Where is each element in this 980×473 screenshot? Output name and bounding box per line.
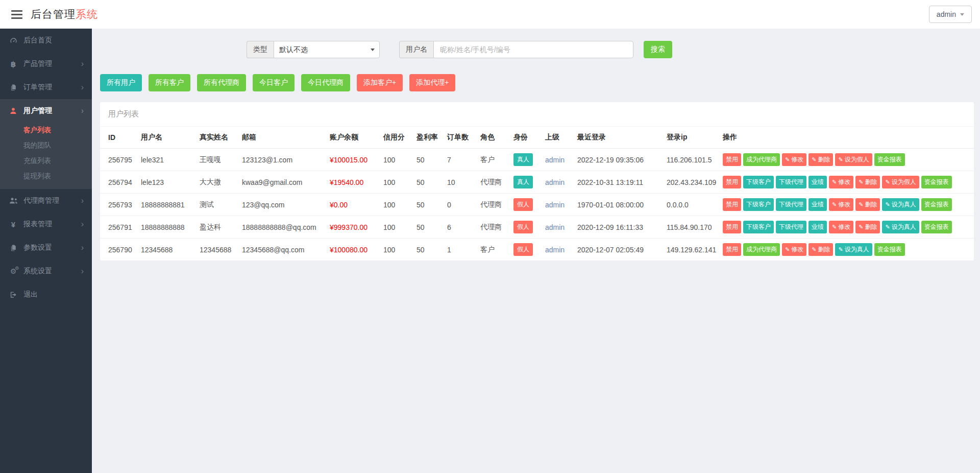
set-real-button[interactable]: ✎设为真人 xyxy=(835,243,872,256)
column-header: 登录ip xyxy=(663,127,719,149)
cell-actions: 禁用下级客户下级代理业绩✎修改✎删除✎设为真人资金报表 xyxy=(719,194,974,216)
sidebar-subitem-customer-list[interactable]: 客户列表 xyxy=(0,123,92,138)
today-agents-button[interactable]: 今日代理商 xyxy=(301,74,350,91)
sidebar-subitem-recharge-list[interactable]: 充值列表 xyxy=(0,153,92,169)
chevron-right-icon: › xyxy=(81,244,84,252)
cell-id: 256790 xyxy=(100,239,137,261)
cell-profit: 50 xyxy=(412,194,443,216)
set-fake-button[interactable]: ✎设为假人 xyxy=(835,153,872,166)
edit-button[interactable]: ✎修改 xyxy=(829,221,853,233)
sidebar-item-reports[interactable]: ¥报表管理› xyxy=(0,212,92,236)
cell-identity: 真人 xyxy=(509,171,541,194)
delete-button[interactable]: ✎删除 xyxy=(808,153,833,166)
edit-button[interactable]: ✎修改 xyxy=(782,153,806,166)
search-button[interactable]: 搜索 xyxy=(644,41,672,58)
pencil-icon: ✎ xyxy=(885,224,890,230)
yen-icon: ¥ xyxy=(8,221,18,228)
pencil-icon: ✎ xyxy=(838,157,843,162)
fund-report-button[interactable]: 资金报表 xyxy=(921,176,952,188)
sidebar-item-system[interactable]: ⚙⚙系统设置› xyxy=(0,259,92,283)
parent-link[interactable]: admin xyxy=(545,246,565,254)
performance-button[interactable]: 业绩 xyxy=(808,198,827,211)
sidebar-subitem-my-team[interactable]: 我的团队 xyxy=(0,138,92,153)
pencil-icon: ✎ xyxy=(885,202,890,207)
sidebar-item-products[interactable]: ฿产品管理› xyxy=(0,52,92,76)
cell-parent: admin xyxy=(541,216,573,239)
sidebar-item-label: 报表管理 xyxy=(23,220,52,229)
performance-button[interactable]: 业绩 xyxy=(808,221,827,233)
sub-agents-button[interactable]: 下级代理 xyxy=(776,176,806,188)
edit-button[interactable]: ✎修改 xyxy=(829,198,853,211)
fund-report-button[interactable]: 资金报表 xyxy=(874,243,905,256)
disable-button[interactable]: 禁用 xyxy=(723,176,741,188)
delete-button[interactable]: ✎删除 xyxy=(808,243,833,256)
today-customers-button[interactable]: 今日客户 xyxy=(253,74,295,91)
cell-profit: 50 xyxy=(412,149,443,171)
sidebar-item-params[interactable]: 参数设置› xyxy=(0,236,92,259)
cell-orders: 0 xyxy=(443,194,476,216)
menu-section-logout: 退出 xyxy=(0,283,92,306)
sub-customers-button[interactable]: 下级客户 xyxy=(743,176,774,188)
delete-button[interactable]: ✎删除 xyxy=(855,176,880,188)
parent-link[interactable]: admin xyxy=(545,178,565,186)
identity-badge: 假人 xyxy=(513,198,533,211)
type-select[interactable]: 默认不选 xyxy=(274,41,380,58)
pencil-icon: ✎ xyxy=(885,179,890,185)
pencil-icon: ✎ xyxy=(832,179,837,185)
sub-agents-button[interactable]: 下级代理 xyxy=(776,221,806,233)
cell-role: 客户 xyxy=(476,149,509,171)
hamburger-menu-icon[interactable] xyxy=(11,8,22,21)
disable-button[interactable]: 禁用 xyxy=(723,243,741,256)
set-real-button[interactable]: ✎设为真人 xyxy=(882,221,919,233)
edit-button[interactable]: ✎修改 xyxy=(782,243,806,256)
column-header: 信用分 xyxy=(379,127,412,149)
sidebar-item-logout[interactable]: 退出 xyxy=(0,283,92,306)
all-customers-button[interactable]: 所有客户 xyxy=(149,74,190,91)
logout-icon xyxy=(8,291,18,298)
user-dropdown[interactable]: admin xyxy=(929,6,972,23)
cell-username: lele123 xyxy=(137,171,195,194)
all-agents-button[interactable]: 所有代理商 xyxy=(197,74,246,91)
add-agent-button[interactable]: 添加代理+ xyxy=(409,74,455,91)
user-icon xyxy=(8,107,18,114)
cell-email: 123@qq.com xyxy=(238,194,326,216)
pencil-icon: ✎ xyxy=(812,247,816,252)
filter-bar: 类型 默认不选 用户名 搜索 xyxy=(92,29,980,58)
sidebar-menu: 后台首页฿产品管理›订单管理›用户管理›客户列表我的团队充值列表提现列表代理商管… xyxy=(0,29,92,306)
menu-section-system: ⚙⚙系统设置› xyxy=(0,259,92,283)
set-fake-button[interactable]: ✎设为假人 xyxy=(882,176,919,188)
disable-button[interactable]: 禁用 xyxy=(723,198,741,211)
sidebar-subitem-withdraw-list[interactable]: 提现列表 xyxy=(0,169,92,184)
fund-report-button[interactable]: 资金报表 xyxy=(921,198,952,211)
sidebar-item-users[interactable]: 用户管理› xyxy=(0,99,92,123)
become-agent-button[interactable]: 成为代理商 xyxy=(743,243,780,256)
cell-orders: 10 xyxy=(443,171,476,194)
fund-report-button[interactable]: 资金报表 xyxy=(921,221,952,233)
sidebar-item-home[interactable]: 后台首页 xyxy=(0,29,92,52)
parent-link[interactable]: admin xyxy=(545,223,565,231)
set-real-button[interactable]: ✎设为真人 xyxy=(882,198,919,211)
param-files-icon xyxy=(8,244,18,252)
add-customer-button[interactable]: 添加客户+ xyxy=(357,74,403,91)
sub-agents-button[interactable]: 下级代理 xyxy=(776,198,806,211)
disable-button[interactable]: 禁用 xyxy=(723,221,741,233)
all-users-button[interactable]: 所有用户 xyxy=(100,74,142,91)
cell-email: 18888888888@qq.com xyxy=(238,216,326,239)
sub-customers-button[interactable]: 下级客户 xyxy=(743,221,774,233)
parent-link[interactable]: admin xyxy=(545,156,565,164)
disable-button[interactable]: 禁用 xyxy=(723,153,741,166)
become-agent-button[interactable]: 成为代理商 xyxy=(743,153,780,166)
username-input[interactable] xyxy=(433,41,633,58)
cell-username: lele321 xyxy=(137,149,195,171)
sub-customers-button[interactable]: 下级客户 xyxy=(743,198,774,211)
sidebar-item-orders[interactable]: 订单管理› xyxy=(0,76,92,99)
edit-button[interactable]: ✎修改 xyxy=(829,176,853,188)
delete-button[interactable]: ✎删除 xyxy=(855,198,880,211)
sidebar-item-agents[interactable]: 代理商管理› xyxy=(0,189,92,212)
parent-link[interactable]: admin xyxy=(545,201,565,209)
cell-last-login: 1970-01-01 08:00:00 xyxy=(573,194,663,216)
delete-button[interactable]: ✎删除 xyxy=(855,221,880,233)
fund-report-button[interactable]: 资金报表 xyxy=(874,153,905,166)
type-filter-group: 类型 默认不选 xyxy=(247,41,380,58)
performance-button[interactable]: 业绩 xyxy=(808,176,827,188)
